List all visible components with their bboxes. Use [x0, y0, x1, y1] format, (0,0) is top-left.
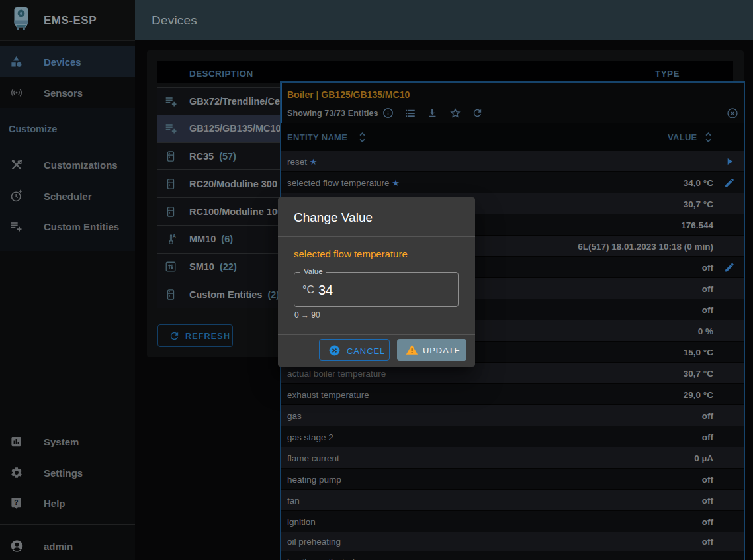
svg-text:?: ?: [14, 498, 18, 506]
svg-text:A: A: [173, 234, 176, 239]
